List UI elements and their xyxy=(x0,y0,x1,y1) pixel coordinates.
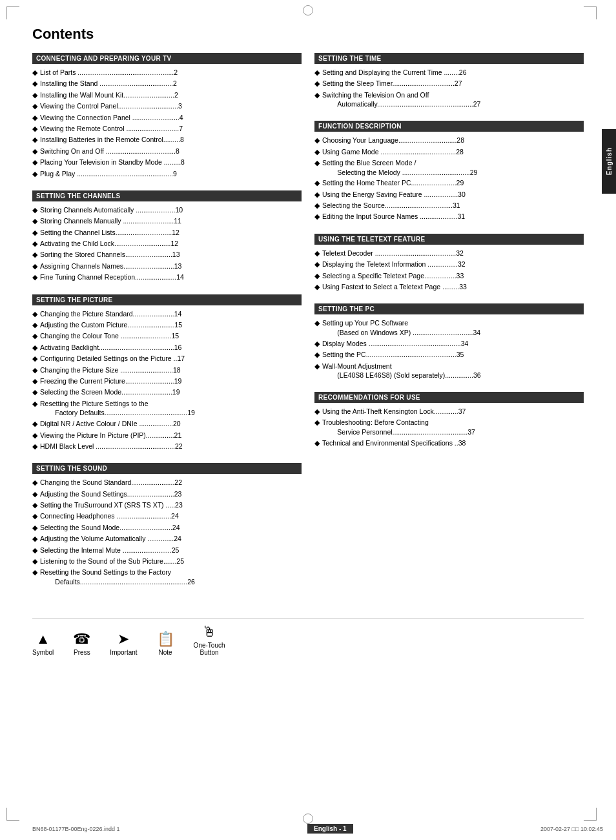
item-text: Setting the TruSurround XT (SRS TS XT) .… xyxy=(40,500,302,510)
item-text: Switching On and Off ...................… xyxy=(40,147,302,156)
bullet-icon: ◆ xyxy=(32,68,37,77)
bullet-icon: ◆ xyxy=(314,362,320,371)
footer-badge: English - 1 xyxy=(307,824,353,834)
bullet-icon: ◆ xyxy=(32,419,37,429)
item-text: Viewing the Remote Control .............… xyxy=(40,124,302,134)
legend-label-one-touch: One-Touch Button xyxy=(194,642,225,656)
list-item: ◆Resetting the Sound Settings to the Fac… xyxy=(32,568,302,586)
bullet-icon: ◆ xyxy=(32,489,37,499)
bullet-icon: ◆ xyxy=(32,250,37,260)
list-item: ◆Freezing the Current Picture...........… xyxy=(32,376,302,386)
bullet-icon: ◆ xyxy=(314,318,320,328)
item-text: Selecting the Internal Mute ............… xyxy=(40,546,302,555)
list-item: ◆Choosing Your Language.................… xyxy=(314,136,584,145)
list-item: ◆Plug & Play ...........................… xyxy=(32,169,302,179)
list-item: ◆Setting the TruSurround XT (SRS TS XT) … xyxy=(32,500,302,510)
section-header-time: SETTING THE TIME xyxy=(314,53,584,64)
list-item: ◆Setting and Displaying the Current Time… xyxy=(314,68,584,77)
list-item: ◆Installing the Stand ..................… xyxy=(32,79,302,88)
section-function: FUNCTION DESCRIPTION◆Choosing Your Langu… xyxy=(314,121,584,225)
item-text: Setting the Blue Screen Mode / Selecting… xyxy=(322,158,584,177)
bullet-icon: ◆ xyxy=(32,158,37,167)
bullet-icon: ◆ xyxy=(314,90,320,100)
list-item: ◆Selecting the Sound Mode...............… xyxy=(32,523,302,533)
list-item: ◆Placing Your Television in Standby Mode… xyxy=(32,158,302,167)
section-header-picture: SETTING THE PICTURE xyxy=(32,294,302,305)
list-item: ◆Viewing the Picture In Picture (PIP)...… xyxy=(32,431,302,440)
bullet-icon: ◆ xyxy=(32,309,37,319)
list-item: ◆Viewing the Connection Panel ..........… xyxy=(32,113,302,123)
bullet-icon: ◆ xyxy=(32,387,37,397)
bullet-icon: ◆ xyxy=(314,350,320,360)
list-item: ◆Troubleshooting: Before Contacting Serv… xyxy=(314,418,584,436)
list-item: ◆Changing the Picture Size .............… xyxy=(32,365,302,375)
section-header-function: FUNCTION DESCRIPTION xyxy=(314,121,584,132)
item-text: Freezing the Current Picture............… xyxy=(40,376,302,386)
bullet-icon: ◆ xyxy=(32,124,37,134)
legend: ▲Symbol☎Press➤Important📋Note🖱One-Touch B… xyxy=(32,618,584,656)
section-items-channels: ◆Storing Channels Automatically ........… xyxy=(32,204,302,285)
bullet-icon: ◆ xyxy=(314,201,320,210)
legend-label-symbol: Symbol xyxy=(32,649,54,656)
item-text: Setting up Your PC Software (Based on Wi… xyxy=(322,318,584,337)
right-column: SETTING THE TIME◆Setting and Displaying … xyxy=(314,53,584,599)
list-item: ◆Displaying the Teletext Information ...… xyxy=(314,260,584,269)
legend-item-important: ➤Important xyxy=(110,632,137,656)
list-item: ◆Display Modes .........................… xyxy=(314,339,584,349)
item-text: Resetting the Picture Settings to the Fa… xyxy=(40,399,302,418)
bullet-icon: ◆ xyxy=(314,339,320,349)
item-text: Changing the Picture Standard...........… xyxy=(40,309,302,319)
item-text: Viewing the Connection Panel ...........… xyxy=(40,113,302,123)
section-items-recommendations: ◆Using the Anti-Theft Kensington Lock...… xyxy=(314,405,584,451)
bullet-icon: ◆ xyxy=(32,354,37,364)
bullet-icon: ◆ xyxy=(314,178,320,188)
list-item: ◆Connecting Headphones .................… xyxy=(32,511,302,521)
bullet-icon: ◆ xyxy=(314,136,320,145)
section-picture: SETTING THE PICTURE◆Changing the Picture… xyxy=(32,294,302,455)
item-text: Changing the Colour Tone ...............… xyxy=(40,331,302,341)
item-text: Digital NR / Active Colour / DNIe ......… xyxy=(40,419,302,429)
section-items-time: ◆Setting and Displaying the Current Time… xyxy=(314,67,584,112)
bullet-icon: ◆ xyxy=(32,365,37,375)
item-text: HDMI Black Level .......................… xyxy=(40,442,302,451)
item-text: Changing the Picture Size ..............… xyxy=(40,365,302,375)
list-item: ◆Storing Channels Manually .............… xyxy=(32,216,302,226)
section-items-teletext: ◆Teletext Decoder ......................… xyxy=(314,247,584,295)
item-text: Sorting the Stored Channels.............… xyxy=(40,250,302,260)
item-text: Adjusting the Sound Settings............… xyxy=(40,489,302,499)
bullet-icon: ◆ xyxy=(314,79,320,88)
item-text: Selecting the Screen Mode...............… xyxy=(40,387,302,397)
bullet-icon: ◆ xyxy=(32,169,37,179)
list-item: ◆Technical and Environmental Specificati… xyxy=(314,438,584,448)
item-text: Installing the Wall Mount Kit...........… xyxy=(40,90,302,100)
item-text: Setting the Sleep Timer.................… xyxy=(322,79,584,88)
item-text: Placing Your Television in Standby Mode … xyxy=(40,158,302,167)
page-container: English Contents CONNECTING AND PREPARIN… xyxy=(0,0,616,840)
list-item: ◆Installing Batteries in the Remote Cont… xyxy=(32,135,302,145)
legend-item-symbol: ▲Symbol xyxy=(32,632,54,656)
item-text: Adjusting the Volume Automatically .....… xyxy=(40,534,302,544)
item-text: Storing Channels Manually ..............… xyxy=(40,216,302,226)
list-item: ◆Adjusting the Volume Automatically ....… xyxy=(32,534,302,544)
bullet-icon: ◆ xyxy=(32,546,37,555)
bullet-icon: ◆ xyxy=(314,282,320,292)
bullet-icon: ◆ xyxy=(32,557,37,566)
item-text: Assigning Channels Names................… xyxy=(40,261,302,271)
legend-label-important: Important xyxy=(110,649,137,656)
item-text: Activating Backlight....................… xyxy=(40,343,302,353)
two-column-layout: CONNECTING AND PREPARING YOUR TV◆List of… xyxy=(32,53,584,599)
section-items-function: ◆Choosing Your Language.................… xyxy=(314,134,584,225)
item-text: Using Game Mode ........................… xyxy=(322,147,584,157)
list-item: ◆Activating Backlight...................… xyxy=(32,343,302,353)
bullet-icon: ◆ xyxy=(32,320,37,330)
section-header-sound: SETTING THE SOUND xyxy=(32,463,302,474)
list-item: ◆Editing the Input Source Names ........… xyxy=(314,212,584,221)
list-item: ◆Switching the Television On and Off Aut… xyxy=(314,90,584,109)
bullet-icon: ◆ xyxy=(32,101,37,111)
item-text: Using Fastext to Select a Teletext Page … xyxy=(322,282,584,292)
one-touch-icon: 🖱 xyxy=(202,625,216,639)
list-item: ◆Using the Energy Saving Feature .......… xyxy=(314,190,584,200)
page-title: Contents xyxy=(32,26,584,43)
list-item: ◆Changing the Colour Tone ..............… xyxy=(32,331,302,341)
item-text: Technical and Environmental Specificatio… xyxy=(322,438,584,448)
